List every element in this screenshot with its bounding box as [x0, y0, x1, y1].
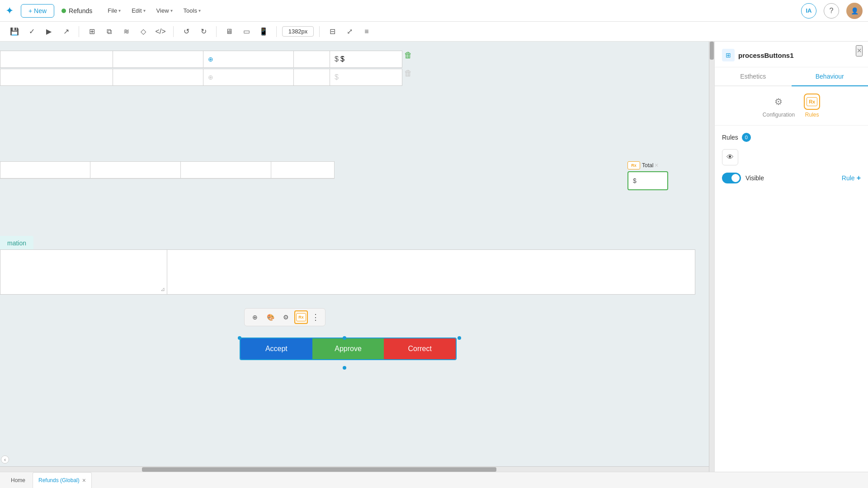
table-cell-4[interactable] — [271, 161, 335, 178]
vertical-scrollbar[interactable] — [709, 42, 714, 472]
accept-button[interactable]: Accept — [241, 338, 312, 359]
new-button[interactable]: + New — [21, 4, 54, 18]
textarea-section: ⊿ — [0, 249, 695, 295]
visible-row: Visible Rule + — [722, 173, 861, 183]
gear-icon: ⚙ — [774, 96, 783, 107]
table-row-1 — [0, 161, 335, 179]
correct-button[interactable]: Correct — [384, 338, 456, 359]
chevron-down-icon: ▾ — [198, 8, 201, 13]
canvas-content: ⊕ $ 🗑 ⊕ $ 🗑 — [0, 42, 709, 466]
components-button[interactable]: ⊞ — [85, 24, 99, 39]
move-button[interactable]: ⊕ — [248, 310, 262, 324]
form-cell-10[interactable]: $ — [330, 69, 402, 86]
form-cell-2[interactable] — [113, 51, 203, 68]
form-cell-6[interactable] — [0, 69, 113, 86]
nav-menus: File ▾ Edit ▾ View ▾ Tools ▾ — [103, 5, 205, 17]
form-cell-3[interactable]: ⊕ — [203, 51, 294, 68]
horizontal-scrollbar[interactable] — [0, 466, 709, 472]
tab-close-icon[interactable]: × — [82, 477, 86, 484]
separator5 — [319, 26, 320, 37]
canvas-width[interactable]: 1382px — [282, 26, 314, 37]
delete-row-button[interactable]: 🗑 — [404, 51, 412, 68]
more-options-icon[interactable]: ⋮ — [310, 312, 321, 322]
layers-button[interactable]: ⧉ — [102, 24, 116, 39]
subtab-rules[interactable]: Rx Rules — [804, 94, 820, 118]
form-cell-8[interactable]: ⊕ — [203, 69, 294, 86]
main-layout: ⊕ $ 🗑 ⊕ $ 🗑 — [0, 42, 868, 472]
rx-icon: Rx — [807, 97, 817, 106]
logic-button[interactable]: ◇ — [136, 24, 151, 39]
panel-close-button[interactable]: × — [856, 45, 863, 56]
menu-file[interactable]: File ▾ — [103, 5, 125, 17]
tablet-view-button[interactable]: ▭ — [239, 24, 254, 39]
information-label: mation — [0, 236, 33, 250]
fullscreen-button[interactable]: ⤢ — [342, 24, 357, 39]
textarea-cell-2[interactable] — [167, 249, 695, 295]
form-cell-1[interactable] — [0, 51, 113, 68]
avatar[interactable]: 👤 — [846, 3, 863, 19]
scroll-left-arrow[interactable]: ‹ — [1, 455, 9, 464]
top-navbar: ✦ + New Refunds File ▾ Edit ▾ View ▾ Too… — [0, 0, 868, 22]
textarea-cell-1[interactable]: ⊿ — [0, 249, 167, 295]
tab-esthetics[interactable]: Esthetics — [715, 67, 792, 86]
close-icon-small[interactable]: ✕ — [654, 162, 659, 169]
form-row-2: ⊕ $ 🗑 — [0, 69, 695, 86]
total-field-wrapper: Rx Total ✕ $ — [627, 161, 668, 190]
table-cell-3[interactable] — [181, 161, 271, 178]
export-button[interactable]: ↗ — [59, 24, 73, 39]
refunds-tab-bottom[interactable]: Refunds (Global) × — [33, 472, 92, 488]
ia-icon[interactable]: IA — [801, 3, 816, 19]
menu-view[interactable]: View ▾ — [152, 5, 177, 17]
undo-button[interactable]: ↺ — [179, 24, 193, 39]
selection-dot-tl — [238, 336, 241, 340]
subtab-configuration[interactable]: ⚙ Configuration — [763, 94, 795, 118]
right-panel: × ⊞ processButtons1 Esthetics Behaviour … — [714, 42, 868, 472]
redo-button[interactable]: ↻ — [196, 24, 211, 39]
chevron-down-icon: ▾ — [143, 8, 146, 13]
total-input-field[interactable]: $ — [627, 171, 668, 190]
eye-icon-button[interactable]: 👁 — [722, 149, 738, 165]
save-button[interactable]: 💾 — [7, 24, 22, 39]
menu-tools[interactable]: Tools ▾ — [179, 5, 205, 17]
form-cell-4[interactable] — [294, 51, 330, 68]
zoom-button[interactable]: ≡ — [359, 24, 374, 39]
rx-badge: Rx — [627, 161, 640, 169]
code-button[interactable]: </> — [153, 24, 168, 39]
form-cell-7[interactable] — [113, 69, 203, 86]
table-cell-2[interactable] — [90, 161, 181, 178]
check-button[interactable]: ✓ — [24, 24, 39, 39]
panel-subtabs: ⚙ Configuration Rx Rules — [715, 86, 868, 126]
form-cell-9[interactable] — [294, 69, 330, 86]
refunds-status-dot — [61, 9, 66, 13]
total-label-row: Rx Total ✕ — [627, 161, 668, 169]
textarea-row: ⊿ — [0, 249, 695, 295]
panel-rules-section: Rules 0 👁 Visible Rule + — [715, 126, 868, 191]
plus-icon: + — [857, 174, 861, 182]
delete-row-2-button[interactable]: 🗑 — [404, 69, 412, 86]
rules-header: Rules 0 — [722, 133, 861, 142]
menu-edit[interactable]: Edit ▾ — [127, 5, 150, 17]
help-icon[interactable]: ? — [824, 3, 839, 19]
separator — [79, 26, 79, 37]
canvas-area[interactable]: ⊕ $ 🗑 ⊕ $ 🗑 — [0, 42, 714, 472]
add-rule-button[interactable]: Rule + — [842, 174, 861, 182]
approve-button[interactable]: Approve — [312, 338, 384, 359]
mobile-view-button[interactable]: 📱 — [256, 24, 271, 39]
grid-button[interactable]: ⊟ — [325, 24, 340, 39]
table-cell-1[interactable] — [0, 161, 90, 178]
home-tab[interactable]: Home — [5, 472, 31, 488]
rules-button-active[interactable]: Rx — [294, 310, 308, 324]
desktop-view-button[interactable]: 🖥 — [222, 24, 236, 39]
process-context-toolbar: ⊕ 🎨 ⚙ Rx ⋮ — [244, 308, 326, 326]
scrollbar-thumb-v[interactable] — [710, 42, 714, 60]
settings-button[interactable]: ⚙ — [279, 310, 292, 324]
selection-dot-tm — [343, 336, 346, 340]
style-button[interactable]: 🎨 — [264, 310, 277, 324]
tab-behaviour[interactable]: Behaviour — [792, 67, 868, 86]
play-button[interactable]: ▶ — [42, 24, 56, 39]
scrollbar-thumb-h[interactable] — [142, 467, 496, 472]
visible-toggle[interactable] — [722, 173, 741, 183]
form-cell-5[interactable]: $ — [330, 51, 402, 68]
configuration-icon: ⚙ — [770, 94, 787, 110]
data-button[interactable]: ≋ — [119, 24, 133, 39]
